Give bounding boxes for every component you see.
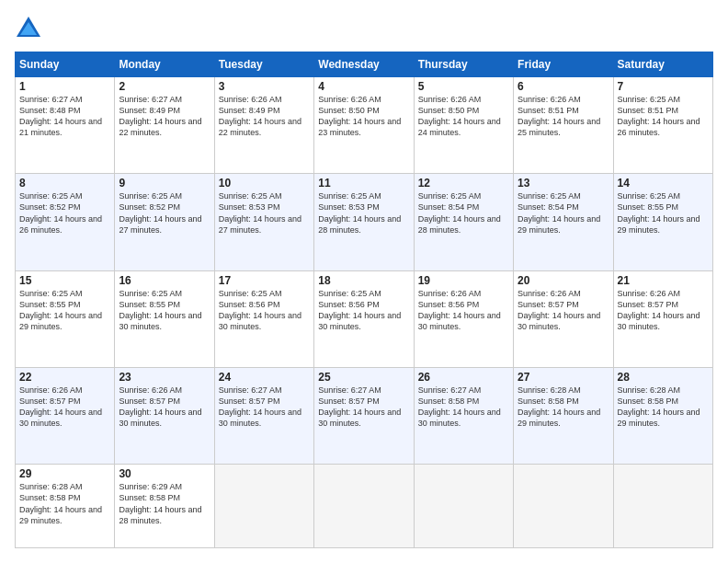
- calendar-day-cell: [214, 465, 313, 548]
- day-number: 4: [318, 80, 409, 93]
- day-number: 24: [219, 371, 310, 384]
- calendar-day-cell: 29 Sunrise: 6:28 AMSunset: 8:58 PMDaylig…: [16, 465, 115, 548]
- calendar-table: Sunday Monday Tuesday Wednesday Thursday…: [15, 52, 713, 548]
- day-number: 13: [518, 177, 609, 190]
- calendar-day-cell: 25 Sunrise: 6:27 AMSunset: 8:57 PMDaylig…: [314, 367, 414, 464]
- day-number: 3: [219, 80, 310, 93]
- calendar-day-cell: 6 Sunrise: 6:26 AMSunset: 8:51 PMDayligh…: [514, 77, 613, 174]
- calendar-day-cell: 13 Sunrise: 6:25 AMSunset: 8:54 PMDaylig…: [514, 174, 613, 270]
- day-info: Sunrise: 6:28 AMSunset: 8:58 PMDaylight:…: [618, 385, 700, 428]
- day-info: Sunrise: 6:27 AMSunset: 8:57 PMDaylight:…: [219, 385, 301, 428]
- day-number: 20: [518, 274, 609, 287]
- day-number: 25: [318, 371, 409, 384]
- calendar-day-cell: 19 Sunrise: 6:26 AMSunset: 8:56 PMDaylig…: [414, 270, 513, 367]
- calendar-day-cell: 10 Sunrise: 6:25 AMSunset: 8:53 PMDaylig…: [214, 174, 313, 270]
- day-info: Sunrise: 6:26 AMSunset: 8:56 PMDaylight:…: [418, 289, 501, 331]
- day-info: Sunrise: 6:25 AMSunset: 8:54 PMDaylight:…: [518, 191, 600, 234]
- calendar-week-row: 8 Sunrise: 6:25 AMSunset: 8:52 PMDayligh…: [16, 174, 713, 270]
- calendar-day-cell: 20 Sunrise: 6:26 AMSunset: 8:57 PMDaylig…: [514, 270, 613, 367]
- calendar-day-cell: 11 Sunrise: 6:25 AMSunset: 8:53 PMDaylig…: [314, 174, 414, 270]
- header: [15, 15, 713, 42]
- day-info: Sunrise: 6:25 AMSunset: 8:53 PMDaylight:…: [219, 191, 301, 234]
- calendar-day-cell: [613, 465, 712, 548]
- day-info: Sunrise: 6:25 AMSunset: 8:55 PMDaylight:…: [618, 191, 700, 234]
- day-info: Sunrise: 6:28 AMSunset: 8:58 PMDaylight:…: [19, 482, 102, 524]
- day-info: Sunrise: 6:26 AMSunset: 8:57 PMDaylight:…: [19, 385, 102, 428]
- col-wednesday: Wednesday: [314, 52, 414, 77]
- calendar-day-cell: 24 Sunrise: 6:27 AMSunset: 8:57 PMDaylig…: [214, 367, 313, 464]
- calendar-week-row: 29 Sunrise: 6:28 AMSunset: 8:58 PMDaylig…: [16, 465, 713, 548]
- day-info: Sunrise: 6:25 AMSunset: 8:52 PMDaylight:…: [119, 191, 201, 234]
- calendar-week-row: 15 Sunrise: 6:25 AMSunset: 8:55 PMDaylig…: [16, 270, 713, 367]
- calendar-day-cell: 28 Sunrise: 6:28 AMSunset: 8:58 PMDaylig…: [613, 367, 712, 464]
- calendar-day-cell: 7 Sunrise: 6:25 AMSunset: 8:51 PMDayligh…: [613, 77, 712, 174]
- calendar-day-cell: 1 Sunrise: 6:27 AMSunset: 8:48 PMDayligh…: [16, 77, 115, 174]
- day-number: 1: [19, 80, 110, 93]
- day-info: Sunrise: 6:27 AMSunset: 8:49 PMDaylight:…: [119, 95, 201, 137]
- day-info: Sunrise: 6:25 AMSunset: 8:52 PMDaylight:…: [19, 191, 102, 234]
- day-info: Sunrise: 6:25 AMSunset: 8:55 PMDaylight:…: [119, 289, 201, 331]
- calendar-day-cell: 23 Sunrise: 6:26 AMSunset: 8:57 PMDaylig…: [115, 367, 214, 464]
- col-sunday: Sunday: [16, 52, 115, 77]
- day-info: Sunrise: 6:26 AMSunset: 8:50 PMDaylight:…: [418, 95, 501, 137]
- day-number: 26: [418, 371, 509, 384]
- calendar-day-cell: 18 Sunrise: 6:25 AMSunset: 8:56 PMDaylig…: [314, 270, 414, 367]
- day-info: Sunrise: 6:26 AMSunset: 8:57 PMDaylight:…: [518, 289, 600, 331]
- day-info: Sunrise: 6:28 AMSunset: 8:58 PMDaylight:…: [518, 385, 600, 428]
- day-info: Sunrise: 6:26 AMSunset: 8:49 PMDaylight:…: [219, 95, 301, 137]
- day-number: 22: [19, 371, 110, 384]
- day-number: 17: [219, 274, 310, 287]
- day-number: 7: [618, 80, 709, 93]
- calendar-week-row: 1 Sunrise: 6:27 AMSunset: 8:48 PMDayligh…: [16, 77, 713, 174]
- day-info: Sunrise: 6:25 AMSunset: 8:56 PMDaylight:…: [219, 289, 301, 331]
- day-number: 18: [318, 274, 409, 287]
- day-number: 27: [518, 371, 609, 384]
- logo-icon: [15, 15, 42, 42]
- day-info: Sunrise: 6:25 AMSunset: 8:55 PMDaylight:…: [19, 289, 102, 331]
- calendar-day-cell: 17 Sunrise: 6:25 AMSunset: 8:56 PMDaylig…: [214, 270, 313, 367]
- calendar-day-cell: 22 Sunrise: 6:26 AMSunset: 8:57 PMDaylig…: [16, 367, 115, 464]
- calendar-day-cell: 12 Sunrise: 6:25 AMSunset: 8:54 PMDaylig…: [414, 174, 513, 270]
- day-number: 16: [119, 274, 210, 287]
- day-info: Sunrise: 6:27 AMSunset: 8:48 PMDaylight:…: [19, 95, 102, 137]
- calendar-week-row: 22 Sunrise: 6:26 AMSunset: 8:57 PMDaylig…: [16, 367, 713, 464]
- day-number: 12: [418, 177, 509, 190]
- day-number: 2: [119, 80, 210, 93]
- day-info: Sunrise: 6:25 AMSunset: 8:53 PMDaylight:…: [318, 191, 401, 234]
- calendar-day-cell: 4 Sunrise: 6:26 AMSunset: 8:50 PMDayligh…: [314, 77, 414, 174]
- calendar-day-cell: 5 Sunrise: 6:26 AMSunset: 8:50 PMDayligh…: [414, 77, 513, 174]
- calendar-day-cell: 16 Sunrise: 6:25 AMSunset: 8:55 PMDaylig…: [115, 270, 214, 367]
- calendar-day-cell: 15 Sunrise: 6:25 AMSunset: 8:55 PMDaylig…: [16, 270, 115, 367]
- col-friday: Friday: [514, 52, 613, 77]
- day-number: 29: [19, 467, 110, 480]
- col-thursday: Thursday: [414, 52, 513, 77]
- calendar-day-cell: 2 Sunrise: 6:27 AMSunset: 8:49 PMDayligh…: [115, 77, 214, 174]
- calendar-header-row: Sunday Monday Tuesday Wednesday Thursday…: [16, 52, 713, 77]
- calendar-day-cell: [414, 465, 513, 548]
- day-info: Sunrise: 6:25 AMSunset: 8:54 PMDaylight:…: [418, 191, 501, 234]
- day-info: Sunrise: 6:25 AMSunset: 8:56 PMDaylight:…: [318, 289, 401, 331]
- calendar-day-cell: [314, 465, 414, 548]
- col-tuesday: Tuesday: [214, 52, 313, 77]
- day-number: 30: [119, 467, 210, 480]
- day-number: 11: [318, 177, 409, 190]
- calendar-day-cell: [514, 465, 613, 548]
- calendar-day-cell: 9 Sunrise: 6:25 AMSunset: 8:52 PMDayligh…: [115, 174, 214, 270]
- day-info: Sunrise: 6:25 AMSunset: 8:51 PMDaylight:…: [618, 95, 700, 137]
- day-number: 10: [219, 177, 310, 190]
- col-saturday: Saturday: [613, 52, 712, 77]
- logo: [15, 15, 46, 42]
- day-number: 9: [119, 177, 210, 190]
- day-number: 5: [418, 80, 509, 93]
- calendar-day-cell: 26 Sunrise: 6:27 AMSunset: 8:58 PMDaylig…: [414, 367, 513, 464]
- day-number: 15: [19, 274, 110, 287]
- calendar-day-cell: 8 Sunrise: 6:25 AMSunset: 8:52 PMDayligh…: [16, 174, 115, 270]
- calendar-day-cell: 30 Sunrise: 6:29 AMSunset: 8:58 PMDaylig…: [115, 465, 214, 548]
- day-info: Sunrise: 6:27 AMSunset: 8:58 PMDaylight:…: [418, 385, 501, 428]
- day-number: 28: [618, 371, 709, 384]
- day-number: 19: [418, 274, 509, 287]
- day-info: Sunrise: 6:26 AMSunset: 8:51 PMDaylight:…: [518, 95, 600, 137]
- day-number: 14: [618, 177, 709, 190]
- day-info: Sunrise: 6:27 AMSunset: 8:57 PMDaylight:…: [318, 385, 401, 428]
- calendar-day-cell: 3 Sunrise: 6:26 AMSunset: 8:49 PMDayligh…: [214, 77, 313, 174]
